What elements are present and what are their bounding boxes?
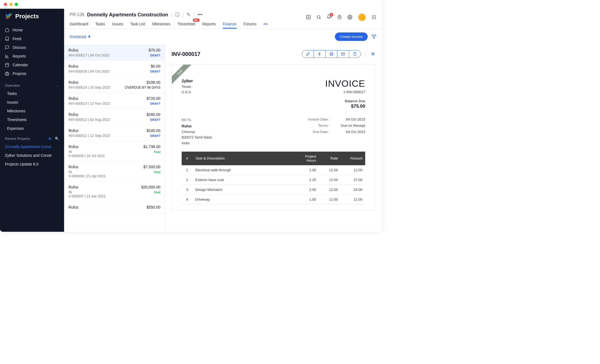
delete-button[interactable] — [349, 50, 361, 58]
balance-due-amount: $75.00 — [325, 104, 365, 109]
recent-project-item[interactable]: Donnelly Apartments Const — [0, 142, 64, 151]
wand-icon[interactable]: ✎ — [187, 12, 191, 18]
bill-to: Bill To Rufus Chennai 600072 Tamil Nadu … — [182, 117, 212, 146]
invoice-heading: INVOICE — [325, 78, 365, 89]
invoice-dates: Invoice Date :04 Oct 2023Terms :Due on R… — [308, 117, 365, 146]
info-icon[interactable]: ⓘ — [175, 11, 180, 18]
search-icon[interactable] — [316, 15, 321, 20]
tab-issues[interactable]: Issues — [112, 20, 123, 28]
project-name: Donnelly Apartments Construction — [87, 12, 168, 18]
pencil-icon — [306, 52, 310, 56]
tab-milestones[interactable]: Milestones — [152, 20, 170, 28]
invoice-detail-title: INV-000017 — [172, 51, 200, 57]
invoice-list[interactable]: Rufus$75.00INV-000017 | 04 Oct 2023DRAFT… — [64, 45, 165, 232]
draft-ribbon: Draft — [172, 65, 194, 86]
tab-dashboard[interactable]: Dashboard — [70, 20, 88, 28]
create-invoice-button[interactable]: Create Invoice — [335, 32, 368, 41]
invoice-list-item[interactable]: Rufus$280.00INV-000012 | 02 Aug 2022DRAF… — [64, 109, 165, 125]
invoice-list-item[interactable]: Rufus$7,000.00INPaidV-000008 | 21 Apr 20… — [64, 161, 165, 182]
sidebar-nav-reports[interactable]: Reports — [0, 52, 64, 61]
svg-point-13 — [374, 18, 374, 19]
notifications-button[interactable]: 9 — [327, 14, 332, 20]
invoice-list-item[interactable]: Rufus$75.00INV-000017 | 04 Oct 2023DRAFT — [64, 45, 165, 61]
apps-grid-icon[interactable] — [371, 15, 376, 20]
sidebar-sub-expenses[interactable]: Expenses — [0, 124, 64, 133]
mail-icon — [341, 52, 345, 56]
pdf-icon — [318, 52, 322, 56]
sidebar-sub-timesheets[interactable]: Timesheets — [0, 115, 64, 124]
sidebar-sub-issues[interactable]: Issues — [0, 98, 64, 107]
svg-point-10 — [374, 17, 374, 18]
more-icon[interactable]: ••• — [197, 12, 203, 18]
mail-button[interactable] — [337, 50, 349, 58]
table-row: 3Design Mismatch2.0012.0024.00 — [182, 185, 365, 194]
svg-point-11 — [375, 17, 376, 18]
sidebar-nav-feed[interactable]: Feed — [0, 34, 64, 43]
project-id: PR-139 — [70, 12, 84, 17]
tab-finance[interactable]: Finance — [223, 20, 236, 28]
breadcrumb: PR-139 Donnelly Apartments Construction … — [70, 11, 268, 18]
tab-task-list[interactable]: Task List — [130, 20, 145, 28]
add-icon[interactable] — [306, 15, 311, 20]
table-row: 2Exterior base coat2.2512.0027.00 — [182, 175, 365, 185]
tab-more[interactable]: ••• — [263, 20, 268, 28]
svg-point-12 — [372, 18, 373, 19]
sidebar-nav-home[interactable]: Home — [0, 26, 64, 34]
close-button[interactable]: ✕ — [371, 51, 375, 57]
brand-logo[interactable]: Projects — [0, 9, 64, 24]
caret-down-icon: ▾ — [88, 34, 91, 40]
overview-label: Overview — [5, 83, 20, 88]
invoice-list-item[interactable]: Rufus$100.00INV-000011 | 12 Sep 2022DRAF… — [64, 125, 165, 141]
window-maximize-dot[interactable] — [15, 3, 18, 6]
svg-point-6 — [372, 15, 373, 16]
print-button[interactable] — [326, 50, 337, 58]
svg-point-7 — [374, 15, 374, 16]
tab-forums[interactable]: Forums — [244, 20, 256, 28]
invoice-list-item[interactable]: Rufus$1,738.00INPaidV-000009 | 16 Jul 20… — [64, 141, 165, 161]
svg-point-5 — [349, 17, 351, 18]
invoice-number: # INV-000017 — [325, 90, 365, 94]
tab-badge: 99+ — [193, 19, 200, 22]
table-row: 1Electrical walk-through1.0012.0012.00 — [182, 165, 365, 175]
pdf-button[interactable] — [314, 50, 326, 58]
sidebar-nav-calendar[interactable]: Calendar — [0, 61, 64, 69]
sidebar-sub-tasks[interactable]: Tasks — [0, 89, 64, 98]
stopwatch-icon[interactable] — [337, 15, 342, 20]
svg-point-3 — [317, 16, 320, 19]
recent-label: Recent Projects — [5, 137, 30, 141]
invoices-dropdown[interactable]: Invoices ▾ — [70, 34, 91, 40]
svg-rect-1 — [5, 73, 9, 75]
recent-projects-header: Recent Projects ⚙ 🔍 — [0, 133, 64, 142]
bell-badge: 9 — [329, 13, 333, 17]
filter-icon[interactable] — [371, 34, 376, 39]
recent-project-item[interactable]: Zylker Solutions and Constr — [0, 151, 64, 160]
invoice-document: Draft Zylker Texas U.S.A INVOICE # INV-0… — [172, 64, 375, 210]
invoice-list-item[interactable]: Rufus$20,000.00INPaidV-000007 | 21 Apr 2… — [64, 182, 165, 202]
invoices-dropdown-label: Invoices — [70, 34, 86, 40]
settings-sliders-icon[interactable]: ⚙ — [48, 137, 52, 141]
invoice-list-item[interactable]: Rufus$0.00INV-000016 | 04 Oct 2023DRAFT — [64, 61, 165, 77]
tab-timesheet[interactable]: Timesheet99+ — [178, 20, 195, 28]
sidebar-nav-projects[interactable]: Projects — [0, 69, 64, 78]
invoice-list-item[interactable]: Rufus$550.00 — [64, 202, 165, 214]
search-icon[interactable]: 🔍 — [55, 137, 59, 141]
invoice-list-item[interactable]: Rufus$720.00INV-000013 | 22 Nov 2022DRAF… — [64, 93, 165, 109]
svg-point-8 — [375, 15, 376, 16]
tab-tasks[interactable]: Tasks — [95, 20, 105, 28]
gear-icon[interactable] — [347, 15, 352, 20]
svg-rect-0 — [5, 64, 9, 67]
sidebar-sub-milestones[interactable]: Milestones — [0, 107, 64, 115]
brand-text: Projects — [15, 13, 39, 20]
overview-section-header[interactable]: Overview ⌄ — [0, 80, 64, 89]
table-row: 4Driveway1.0012.0012.00 — [182, 194, 365, 204]
recent-project-item[interactable]: Projects Update 8.0 — [0, 160, 64, 169]
tab-reports[interactable]: Reports — [202, 20, 216, 28]
edit-button[interactable] — [302, 50, 314, 58]
window-close-dot[interactable] — [4, 3, 7, 6]
balance-due-label: Balance Due — [325, 99, 365, 103]
sidebar-nav-discuss[interactable]: Discuss — [0, 43, 64, 52]
chevron-down-icon: ⌄ — [56, 83, 59, 88]
avatar[interactable] — [358, 13, 366, 21]
invoice-list-item[interactable]: Rufus$108.00INV-000014 | 20 Sep 2023OVER… — [64, 77, 165, 93]
window-minimize-dot[interactable] — [9, 3, 13, 6]
